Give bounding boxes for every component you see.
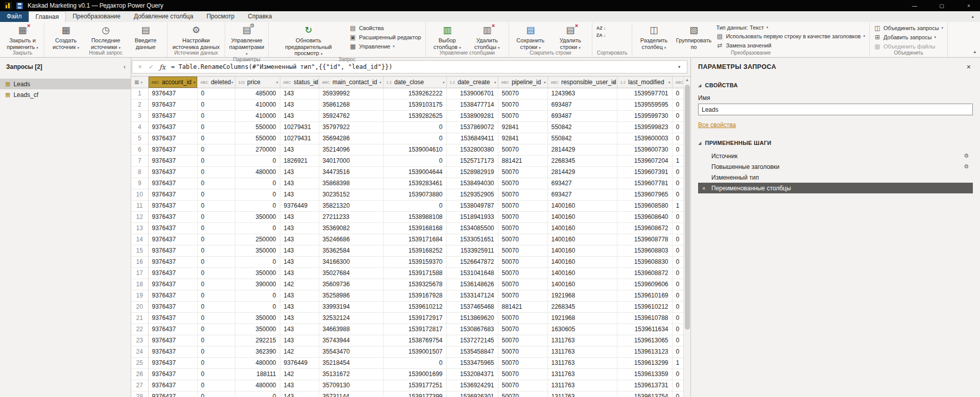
grid-cell[interactable]: 0 [672, 257, 683, 268]
grid-cell[interactable]: 9376437 [148, 111, 197, 122]
grid-cell[interactable]: 390000 [235, 279, 280, 290]
grid-cell[interactable]: 143 [280, 245, 319, 257]
grid-cell[interactable]: 0 [235, 257, 280, 268]
grid-cell[interactable]: 35924762 [319, 111, 383, 122]
expand-formula-bar-icon[interactable]: ▾ [674, 64, 685, 69]
maximize-button[interactable]: ▢ [930, 0, 953, 11]
choose-columns-button[interactable]: ▥ Выбор столбцов ▾ [427, 22, 467, 50]
grid-cell[interactable]: 50070 [498, 391, 547, 397]
grid-cell[interactable]: 142 [280, 279, 319, 290]
grid-cell[interactable]: 50070 [498, 358, 547, 369]
close-and-apply-button[interactable]: ▦× Закрыть и применить ▾ [3, 22, 42, 50]
grid-cell[interactable]: 1400160 [547, 223, 617, 234]
grid-cell[interactable]: 0 [383, 133, 446, 144]
grid-cell[interactable]: 0 [672, 324, 683, 335]
applied-steps-section-header[interactable]: ◢ ПРИМЕНЕННЫЕ ШАГИ [698, 140, 973, 146]
grid-cell[interactable]: 0 [197, 144, 235, 156]
grid-cell[interactable]: 1539325678 [383, 279, 446, 290]
grid-cell[interactable]: 2268345 [547, 302, 617, 313]
grid-cell[interactable]: 0 [383, 156, 446, 167]
grid-cell[interactable]: 9376437 [148, 223, 197, 234]
grid-cell[interactable]: 0 [197, 358, 235, 369]
grid-cell[interactable]: 410000 [235, 111, 280, 122]
grid-cell[interactable]: 485000 [235, 88, 280, 100]
grid-cell[interactable]: 0 [235, 178, 280, 189]
vertical-scrollbar[interactable]: ▲ [683, 77, 690, 397]
grid-cell[interactable]: 0 [672, 391, 683, 397]
grid-cell[interactable]: 1539609606 [617, 279, 672, 290]
grid-cell[interactable]: 1539613359 [617, 369, 672, 380]
grid-cell[interactable]: 1538769754 [383, 335, 446, 346]
grid-cell[interactable]: 1538477714 [446, 100, 498, 111]
grid-cell[interactable]: 480000 [235, 167, 280, 178]
save-icon[interactable] [16, 3, 23, 9]
grid-cell[interactable]: 10279431 [280, 133, 319, 144]
grid-cell[interactable]: 1539613065 [617, 335, 672, 346]
column-header-price[interactable]: ▾123price [235, 77, 280, 88]
grid-cell[interactable]: 1539607204 [617, 156, 672, 167]
grid-cell[interactable]: 9376449 [280, 358, 319, 369]
grid-cell[interactable]: 1539168252 [383, 245, 446, 257]
grid-cell[interactable]: 30235152 [319, 189, 383, 201]
grid-cell[interactable]: 1539006701 [446, 88, 498, 100]
close-window-button[interactable]: × [958, 0, 980, 11]
grid-cell[interactable]: 33993194 [319, 302, 383, 313]
grid-cell[interactable]: 0 [672, 133, 683, 144]
enter-data-button[interactable]: ▤ Введите данные [126, 22, 165, 50]
grid-cell[interactable]: 1 [672, 156, 683, 167]
grid-cell[interactable]: 50070 [498, 178, 547, 189]
row-number[interactable]: 11 [131, 201, 148, 212]
applied-step-renamed-columns[interactable]: ×Переименованные столбцы [698, 183, 973, 193]
grid-cell[interactable]: 0 [672, 369, 683, 380]
grid-cell[interactable]: 1533925911 [446, 245, 498, 257]
scroll-up-icon[interactable]: ▲ [685, 77, 689, 84]
grid-cell[interactable]: 0 [197, 313, 235, 324]
grid-cell[interactable]: 50070 [498, 111, 547, 122]
grid-cell[interactable]: 1539177251 [383, 380, 446, 391]
filter-button[interactable]: ▾ [379, 77, 381, 88]
grid-cell[interactable]: 1539177399 [383, 391, 446, 397]
grid-cell[interactable]: 1 [672, 358, 683, 369]
grid-cell[interactable]: 1539001507 [383, 346, 446, 358]
query-item-leads-cf[interactable]: ▦Leads_cf [0, 89, 131, 100]
grid-cell[interactable]: 143 [280, 335, 319, 346]
grid-cell[interactable]: 1539608640 [617, 212, 672, 223]
grid-cell[interactable]: 1539167928 [383, 290, 446, 302]
grid-cell[interactable]: 9376437 [148, 201, 197, 212]
grid-cell[interactable]: 9376437 [148, 167, 197, 178]
grid-cell[interactable]: 142 [280, 369, 319, 380]
grid-cell[interactable]: 143 [280, 380, 319, 391]
grid-cell[interactable]: 1311763 [547, 346, 617, 358]
grid-cell[interactable]: 35258986 [319, 290, 383, 302]
column-header-account_id[interactable]: ▾ABCaccount_id [148, 77, 197, 88]
grid-cell[interactable]: 1539283461 [383, 178, 446, 189]
group-by-button[interactable]: ▧ Группировать по [674, 22, 713, 50]
row-number[interactable]: 26 [131, 369, 148, 380]
grid-cell[interactable]: 1539610212 [383, 302, 446, 313]
grid-cell[interactable]: 1539073880 [383, 189, 446, 201]
grid-cell[interactable]: 35939992 [319, 88, 383, 100]
grid-cell[interactable]: 1539610212 [617, 302, 672, 313]
grid-cell[interactable]: 1400160 [547, 257, 617, 268]
grid-cell[interactable]: 0 [672, 279, 683, 290]
grid-cell[interactable]: 50070 [498, 245, 547, 257]
grid-cell[interactable]: 9376437 [148, 156, 197, 167]
grid-cell[interactable]: 0 [197, 167, 235, 178]
row-number[interactable]: 5 [131, 133, 148, 144]
grid-cell[interactable]: 0 [672, 302, 683, 313]
grid-cell[interactable]: 188111 [235, 369, 280, 380]
tab-view[interactable]: Просмотр [200, 11, 241, 22]
grid-cell[interactable]: 1539600003 [617, 133, 672, 144]
grid-cell[interactable]: 1538988108 [383, 212, 446, 223]
grid-cell[interactable]: 550000 [235, 133, 280, 144]
grid-cell[interactable]: 143 [280, 100, 319, 111]
row-number[interactable]: 6 [131, 144, 148, 156]
grid-cell[interactable]: 1539159370 [383, 257, 446, 268]
grid-cell[interactable]: 10279431 [280, 122, 319, 133]
grid-cell[interactable]: 143 [280, 111, 319, 122]
grid-cell[interactable]: 1518941933 [446, 212, 498, 223]
grid-cell[interactable]: 9376437 [148, 189, 197, 201]
grid-cell[interactable]: 0 [197, 324, 235, 335]
filter-button[interactable]: ▾ [194, 77, 196, 88]
row-number[interactable]: 22 [131, 324, 148, 335]
